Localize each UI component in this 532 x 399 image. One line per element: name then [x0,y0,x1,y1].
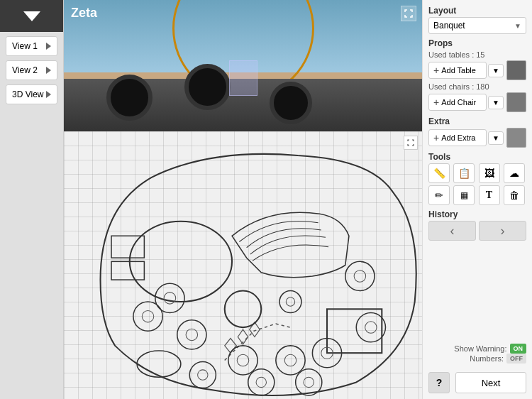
svg-point-10 [284,354,296,366]
history-section: History ‹ › [428,209,526,241]
numbers-toggle[interactable]: OFF [506,354,526,364]
svg-point-16 [198,370,208,380]
svg-rect-2 [111,236,144,258]
spacer [428,245,526,339]
add-table-label: Add Table [441,66,476,75]
view2-arrow-icon [46,67,51,74]
svg-point-28 [279,291,301,313]
pencil-tool-button[interactable]: ✏ [428,185,450,205]
history-controls: ‹ › [428,221,526,241]
add-extra-dropdown-button[interactable]: ▼ [488,131,504,145]
svg-point-22 [164,293,175,304]
svg-point-19 [296,369,322,395]
next-button[interactable]: Next [455,372,526,393]
help-icon: ? [436,377,443,388]
svg-point-9 [276,346,305,375]
view2-label: View 2 [12,65,38,75]
svg-point-26 [365,322,377,333]
view1-button[interactable]: View 1 [6,36,57,56]
document-tool-button[interactable]: 📋 [453,163,475,183]
view1-arrow-icon [46,43,51,50]
view2-button[interactable]: View 2 [6,60,57,80]
history-back-icon: ‹ [450,224,455,239]
layout-dropdown-arrow: ▼ [514,22,521,30]
extra-preview-thumb [506,128,526,148]
warnings-section: Show Warning: ON Numbers: OFF [428,344,526,364]
table-preview-thumb [506,60,526,80]
add-chair-button[interactable]: + Add Chair [428,94,487,111]
help-button[interactable]: ? [428,372,450,393]
chairs-sub-label: Used chairs : 180 [428,82,526,91]
expand-icon [404,9,413,18]
svg-point-24 [354,270,365,282]
history-back-button[interactable]: ‹ [428,221,476,241]
svg-point-27 [225,291,262,328]
viewport-3d[interactable]: Zeta [64,0,422,131]
extra-label: Extra [428,116,526,126]
show-warning-toggle[interactable]: ON [510,344,527,354]
add-table-dropdown-button[interactable]: ▼ [488,64,504,77]
view3d-button[interactable]: 3D View [6,84,57,104]
right-panel: Layout Banquet ▼ Props Used tables : 15 … [422,0,532,399]
add-chair-label: Add Chair [441,98,476,106]
add-chair-plus-icon: + [433,97,439,108]
ruler-tool-button[interactable]: 📏 [428,163,450,183]
svg-rect-3 [111,261,144,280]
view3d-arrow-icon [46,91,51,98]
floor-plan-expand-button[interactable] [404,136,418,150]
view1-label: View 1 [12,41,38,51]
text-tool-button[interactable]: T [479,185,500,205]
svg-point-4 [137,351,181,377]
numbers-label: Numbers: [470,354,504,363]
floor-ground [64,79,422,131]
upload-icon: ☁ [509,168,519,179]
add-extra-plus-icon: + [433,132,439,143]
floor-plan-svg [64,131,422,399]
floor-expand-icon [407,139,414,146]
extra-section: Extra + Add Extra ▼ [428,116,526,148]
tools-section: Tools 📏 📋 🖼 ☁ ✏ ▦ T [428,152,526,205]
svg-point-5 [177,320,206,349]
text-icon: T [486,190,492,201]
expand-button[interactable] [401,6,416,21]
history-forward-icon: › [501,224,505,239]
3d-table [106,75,153,121]
image-icon: 🖼 [484,168,494,179]
view3d-label: 3D View [12,89,43,99]
add-extra-label: Add Extra [441,133,475,142]
left-sidebar: View 1 View 2 3D View [0,0,64,399]
chair-preview-thumb [506,92,526,112]
layout-label: Layout [428,6,526,16]
bottom-nav: ? Next [428,368,526,393]
layout-section: Layout Banquet ▼ [428,6,526,34]
ruler-icon: 📏 [433,168,445,179]
svg-point-29 [286,297,294,306]
svg-point-14 [142,310,153,322]
3d-table [184,64,231,110]
upload-tool-button[interactable]: ☁ [504,163,525,183]
svg-point-23 [345,261,375,290]
svg-point-15 [189,362,216,388]
trash-tool-button[interactable]: 🗑 [504,185,525,205]
document-icon: 📋 [458,168,470,179]
columns-icon: ▦ [460,190,468,200]
floor-plan-area[interactable] [64,131,422,399]
svg-point-6 [186,329,197,340]
add-table-button[interactable]: + Add Table [428,62,487,79]
logo-chevron-icon [23,11,40,21]
svg-point-18 [256,377,266,387]
history-forward-button[interactable]: › [479,221,526,241]
columns-tool-button[interactable]: ▦ [453,185,475,205]
trash-icon: 🗑 [509,190,519,201]
props-label: Props [428,38,526,48]
next-label: Next [482,378,501,388]
image-tool-button[interactable]: 🖼 [479,163,500,183]
tools-label: Tools [428,152,526,162]
numbers-row: Numbers: OFF [428,354,526,364]
layout-dropdown[interactable]: Banquet ▼ [428,17,526,34]
add-extra-button[interactable]: + Add Extra [428,129,487,146]
3d-table [270,82,312,124]
add-chair-dropdown-button[interactable]: ▼ [488,96,504,109]
svg-point-20 [304,377,314,387]
logo-area[interactable] [0,0,63,32]
